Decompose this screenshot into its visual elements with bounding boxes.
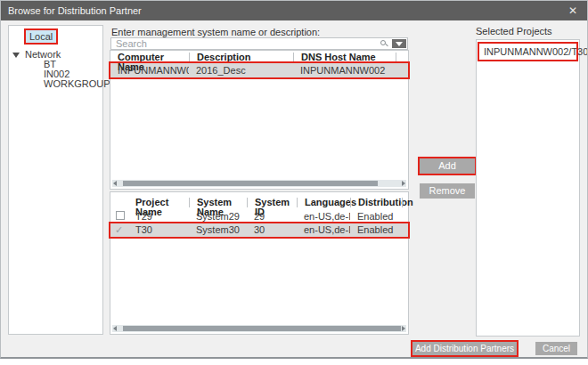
computer-row-inpunmannw002[interactable]: INPUNMANNW002 2016_Desc INPUNMANNW002 bbox=[110, 63, 408, 77]
search-dropdown-button[interactable] bbox=[392, 39, 406, 48]
project-row-t29[interactable]: T29 System29 29 en-US,de-DE Enabled bbox=[110, 210, 408, 223]
col-distribution[interactable]: Distribution bbox=[350, 198, 402, 207]
scroll-left-icon[interactable] bbox=[113, 181, 117, 186]
projects-table-hscrollbar[interactable] bbox=[112, 325, 406, 332]
col-description[interactable]: Description bbox=[189, 53, 293, 62]
col-system-name[interactable]: System Name bbox=[189, 198, 247, 207]
tree-item-local[interactable]: Local bbox=[26, 30, 56, 43]
col-project-name[interactable]: Project Name bbox=[128, 198, 189, 207]
cell-description: 2016_Desc bbox=[189, 64, 293, 77]
cell-system-name: System29 bbox=[189, 210, 247, 223]
cancel-button[interactable]: Cancel bbox=[535, 342, 577, 355]
col-computer-name[interactable]: Computer Name bbox=[110, 53, 189, 62]
projects-table: Project Name System Name System ID Langu… bbox=[110, 191, 409, 335]
header-spacer bbox=[110, 198, 128, 207]
cell-project-name: T30 bbox=[128, 223, 189, 237]
add-button[interactable]: Add bbox=[420, 158, 475, 174]
projects-table-header: Project Name System Name System ID Langu… bbox=[110, 192, 408, 210]
scroll-left-icon[interactable] bbox=[113, 326, 117, 331]
chevron-down-icon bbox=[396, 42, 403, 46]
cell-languages: en-US,de-DE bbox=[297, 210, 350, 223]
close-icon[interactable]: ✕ bbox=[564, 1, 582, 20]
selected-project-item[interactable]: INPUNMANNW002/T30 bbox=[479, 44, 576, 60]
search-input[interactable]: Search bbox=[110, 37, 408, 50]
col-system-id[interactable]: System ID bbox=[247, 198, 297, 207]
selected-projects-list: INPUNMANNW002/T30 bbox=[476, 39, 580, 337]
cell-system-name: System30 bbox=[189, 223, 247, 237]
scroll-right-icon[interactable] bbox=[402, 326, 405, 331]
browse-distribution-partner-dialog: Browse for Distribution Partner ✕ Local … bbox=[0, 0, 588, 359]
tree-item-network[interactable]: Network bbox=[12, 49, 61, 59]
computers-table-header: Computer Name Description DNS Host Name bbox=[110, 51, 408, 63]
check-icon[interactable]: ✓ bbox=[115, 224, 123, 235]
window-title: Browse for Distribution Partner bbox=[8, 1, 142, 20]
search-icon bbox=[380, 40, 388, 47]
projects-hscroll-thumb[interactable] bbox=[123, 326, 401, 331]
cell-languages: en-US,de-DE bbox=[297, 223, 350, 237]
search-label: Enter management system name or descript… bbox=[111, 27, 320, 37]
checkbox-unchecked[interactable] bbox=[116, 211, 125, 220]
computers-table: Computer Name Description DNS Host Name … bbox=[110, 50, 409, 190]
cell-system-id: 29 bbox=[247, 210, 297, 223]
expander-down-icon[interactable] bbox=[12, 53, 20, 58]
cell-project-name: T29 bbox=[128, 210, 189, 223]
col-dns-host-name[interactable]: DNS Host Name bbox=[293, 53, 396, 62]
cell-dns-host-name: INPUNMANNW002 bbox=[293, 64, 396, 77]
scroll-right-icon[interactable] bbox=[402, 181, 405, 186]
location-tree-panel: Local Network BT IN002 WORKGROUP bbox=[8, 25, 103, 335]
search-placeholder: Search bbox=[116, 38, 147, 49]
header-spacer bbox=[402, 198, 410, 207]
cell-computer-name: INPUNMANNW002 bbox=[110, 64, 189, 77]
col-languages[interactable]: Languages bbox=[297, 198, 350, 207]
cell-distribution: Enabled bbox=[350, 223, 402, 237]
tree-item-workgroup[interactable]: WORKGROUP bbox=[44, 79, 110, 89]
title-bar: Browse for Distribution Partner ✕ bbox=[1, 1, 587, 20]
selected-projects-label: Selected Projects bbox=[476, 26, 552, 36]
computers-hscroll-thumb[interactable] bbox=[123, 181, 378, 186]
computers-table-hscrollbar[interactable] bbox=[112, 180, 406, 187]
add-distribution-partners-button[interactable]: Add Distribution Partners bbox=[412, 342, 517, 355]
cell-distribution: Enabled bbox=[350, 210, 402, 223]
header-spacer bbox=[396, 53, 408, 62]
remove-button[interactable]: Remove bbox=[420, 183, 475, 199]
cell-system-id: 30 bbox=[247, 223, 297, 237]
project-row-t30[interactable]: ✓ T30 System30 30 en-US,de-DE Enabled bbox=[110, 223, 408, 237]
